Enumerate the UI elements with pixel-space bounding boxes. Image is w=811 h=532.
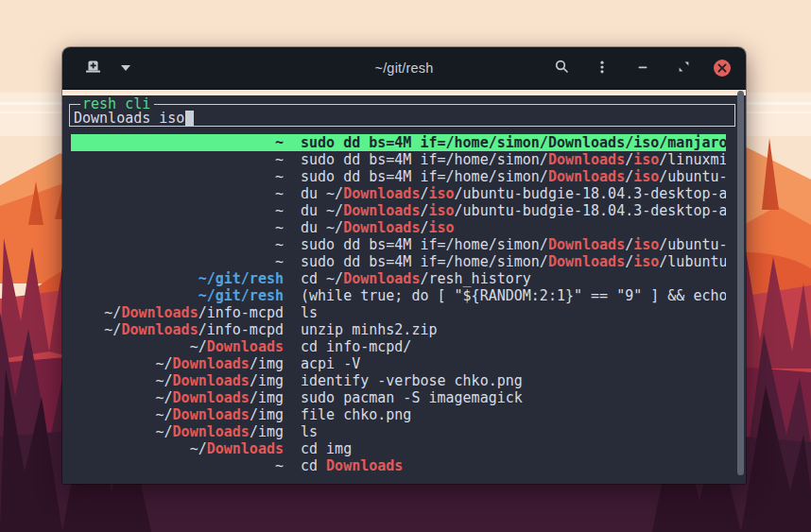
row-command: sudo dd bs=4M if=/home/simon/Downloads/i… xyxy=(284,134,726,151)
scrollbar-thumb[interactable] xyxy=(737,91,744,475)
row-pwd: ~ xyxy=(71,151,284,168)
row-pwd: ~ xyxy=(71,236,284,253)
row-pwd: ~ xyxy=(71,457,284,474)
history-row[interactable]: ~du ~/Downloads/iso/ubuntu-budgie-18.04.… xyxy=(71,185,726,202)
prompt-box: resh cli Downloads iso xyxy=(69,95,735,127)
row-command: sudo pacman -S imagemagick xyxy=(284,389,726,406)
row-pwd: ~ xyxy=(71,168,284,185)
history-row[interactable]: ~/Downloads/imgls xyxy=(71,423,726,440)
history-row[interactable]: ~sudo dd bs=4M if=/home/simon/Downloads/… xyxy=(71,151,726,168)
minimize-icon xyxy=(636,60,649,77)
new-tab-button[interactable] xyxy=(82,58,103,78)
titlebar: ~/git/resh xyxy=(62,47,746,90)
row-command: sudo dd bs=4M if=/home/simon/Downloads/i… xyxy=(284,236,726,253)
row-pwd: ~/Downloads/img xyxy=(71,355,284,372)
chevron-down-icon xyxy=(121,65,130,71)
row-pwd: ~ xyxy=(71,185,284,202)
row-command: du ~/Downloads/iso/ubuntu-budgie-18.04.3… xyxy=(284,202,726,219)
tab-dropdown-button[interactable] xyxy=(115,58,136,78)
close-icon xyxy=(717,61,727,76)
row-pwd: ~/Downloads/img xyxy=(71,423,284,440)
history-row[interactable]: ~du ~/Downloads/iso xyxy=(71,219,726,236)
restore-icon xyxy=(678,60,690,76)
row-pwd: ~ xyxy=(71,253,284,270)
desktop: ~/git/resh xyxy=(0,0,811,532)
row-command: unzip minhs2.zip xyxy=(284,321,726,338)
row-command: ls xyxy=(284,304,726,321)
row-pwd: ~ xyxy=(71,134,284,151)
row-pwd: ~/git/resh xyxy=(71,270,284,287)
history-row[interactable]: ~/Downloads/imgidentify -verbose chko.pn… xyxy=(71,372,726,389)
row-command: du ~/Downloads/iso/ubuntu-budgie-18.04.3… xyxy=(284,185,726,202)
row-pwd: ~ xyxy=(71,202,284,219)
row-pwd: ~/Downloads xyxy=(71,440,284,457)
row-pwd: ~/git/resh xyxy=(71,287,284,304)
history-row[interactable]: ~/git/reshcd ~/Downloads/resh_history xyxy=(71,270,726,287)
row-command: cd Downloads xyxy=(284,457,726,474)
terminal-window: ~/git/resh xyxy=(62,47,746,484)
row-command: sudo dd bs=4M if=/home/simon/Downloads/i… xyxy=(284,168,726,185)
restore-button[interactable] xyxy=(673,58,694,78)
row-pwd: ~/Downloads/info-mcpd xyxy=(71,304,284,321)
row-pwd: ~ xyxy=(71,219,284,236)
terminal-body: resh cli Downloads iso ~sudo dd bs=4M if… xyxy=(62,95,746,484)
history-row[interactable]: ~/Downloads/info-mcpdunzip minhs2.zip xyxy=(71,321,726,338)
history-row[interactable]: ~cd Downloads xyxy=(71,457,726,474)
row-pwd: ~/Downloads/img xyxy=(71,406,284,423)
history-row[interactable]: ~sudo dd bs=4M if=/home/simon/Downloads/… xyxy=(71,253,726,270)
history-list: ~sudo dd bs=4M if=/home/simon/Downloads/… xyxy=(71,134,726,474)
search-button[interactable] xyxy=(551,58,572,78)
history-row[interactable]: ~/Downloadscd img xyxy=(71,440,726,457)
history-row[interactable]: ~/Downloads/imgacpi -V xyxy=(71,355,726,372)
history-row[interactable]: ~/Downloads/info-mcpdls xyxy=(71,304,726,321)
close-button[interactable] xyxy=(714,60,731,77)
history-row[interactable]: ~sudo dd bs=4M if=/home/simon/Downloads/… xyxy=(71,168,726,185)
history-row[interactable]: ~sudo dd bs=4M if=/home/simon/Downloads/… xyxy=(71,236,726,253)
row-command: cd img xyxy=(284,440,726,457)
row-pwd: ~/Downloads xyxy=(71,338,284,355)
row-command: (while true; do [ "${RANDOM:2:1}" == "9"… xyxy=(284,287,726,304)
row-command: du ~/Downloads/iso xyxy=(284,219,726,236)
row-command: cd ~/Downloads/resh_history xyxy=(284,270,726,287)
history-row[interactable]: ~/Downloads/imgsudo pacman -S imagemagic… xyxy=(71,389,726,406)
history-row[interactable]: ~sudo dd bs=4M if=/home/simon/Downloads/… xyxy=(71,134,726,151)
history-row[interactable]: ~/Downloads/imgfile chko.png xyxy=(71,406,726,423)
new-tab-icon xyxy=(85,59,101,77)
row-pwd: ~/Downloads/img xyxy=(71,372,284,389)
history-row[interactable]: ~/Downloadscd info-mcpd/ xyxy=(71,338,726,355)
history-row[interactable]: ~/git/resh(while true; do [ "${RANDOM:2:… xyxy=(71,287,726,304)
row-pwd: ~/Downloads/img xyxy=(71,389,284,406)
text-cursor xyxy=(185,111,194,126)
row-command: ls xyxy=(284,423,726,440)
row-command: acpi -V xyxy=(284,355,726,372)
row-pwd: ~/Downloads/info-mcpd xyxy=(71,321,284,338)
row-command: sudo dd bs=4M if=/home/simon/Downloads/i… xyxy=(284,253,726,270)
row-command: sudo dd bs=4M if=/home/simon/Downloads/i… xyxy=(284,151,726,168)
search-query-input[interactable]: Downloads iso xyxy=(74,110,729,127)
history-row[interactable]: ~du ~/Downloads/iso/ubuntu-budgie-18.04.… xyxy=(71,202,726,219)
minimize-button[interactable] xyxy=(632,58,653,78)
row-command: cd info-mcpd/ xyxy=(284,338,726,355)
row-command: file chko.png xyxy=(284,406,726,423)
query-text: Downloads iso xyxy=(74,110,184,127)
search-icon xyxy=(554,59,570,77)
menu-button[interactable] xyxy=(592,58,613,78)
kebab-menu-icon xyxy=(595,60,610,77)
row-command: identify -verbose chko.png xyxy=(284,372,726,389)
